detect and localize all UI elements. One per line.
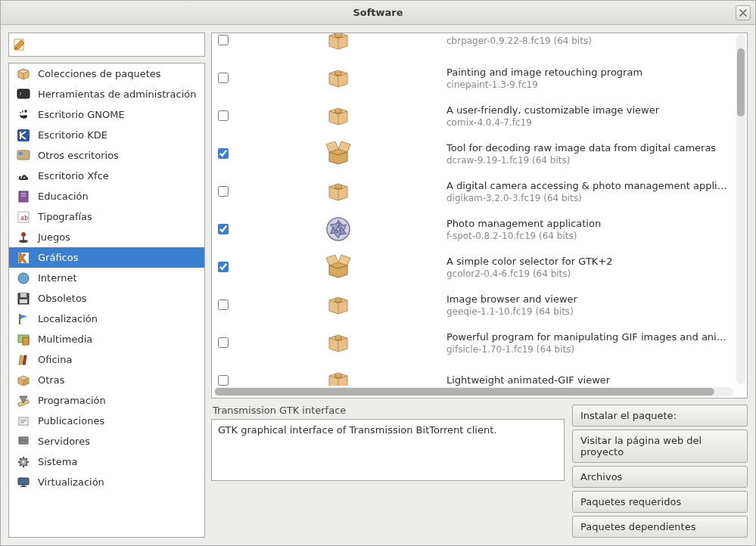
sidebar-item-label: Sistema bbox=[38, 456, 77, 467]
sidebar-item-font[interactable]: abTipografías bbox=[9, 206, 204, 227]
publish-icon bbox=[17, 414, 30, 428]
package-row[interactable]: Lightweight animated-GIF viewer bbox=[212, 361, 735, 386]
package-title: Photo management application bbox=[446, 218, 727, 229]
sidebar-item-joystick[interactable]: Juegos bbox=[9, 227, 204, 247]
package-title: A user-friendly, customizable image view… bbox=[446, 104, 727, 116]
sidebar-item-label: Publicaciones bbox=[38, 415, 104, 427]
package-checkbox[interactable] bbox=[218, 375, 229, 386]
flag-icon bbox=[17, 312, 30, 326]
package-row[interactable]: Powerful program for manipulating GIF im… bbox=[212, 324, 735, 361]
close-icon bbox=[739, 9, 747, 17]
sidebar-item-label: Otras bbox=[38, 374, 64, 386]
svg-point-29 bbox=[22, 461, 25, 464]
svg-rect-7 bbox=[19, 191, 28, 202]
sidebar-item-globe[interactable]: Internet bbox=[9, 268, 204, 288]
sidebar-item-kde[interactable]: Escritorio KDE bbox=[9, 125, 204, 145]
package-checkbox[interactable] bbox=[218, 299, 229, 310]
homepage-button[interactable]: Visitar la página web del proyecto bbox=[572, 430, 748, 463]
package-checkbox[interactable] bbox=[218, 35, 229, 45]
sidebar-item-gear[interactable]: Sistema bbox=[9, 451, 204, 472]
svg-rect-2 bbox=[17, 129, 30, 141]
scrollbar-thumb[interactable] bbox=[215, 388, 714, 396]
package-icon bbox=[236, 367, 440, 386]
horizontal-scrollbar[interactable] bbox=[213, 387, 733, 396]
actions-panel: Instalar el paquete: Visitar la página w… bbox=[572, 405, 748, 538]
required-button[interactable]: Paquetes requeridos bbox=[572, 491, 748, 513]
package-title: A simple color selector for GTK+2 bbox=[446, 256, 727, 267]
package-row[interactable]: A digital camera accessing & photo manag… bbox=[212, 172, 735, 210]
detail-description: GTK graphical interface of Transmission … bbox=[211, 419, 565, 481]
dependent-button[interactable]: Paquetes dependientes bbox=[572, 516, 748, 538]
package-row[interactable]: A user-friendly, customizable image view… bbox=[212, 97, 735, 135]
sidebar-item-xfce[interactable]: Escritorio Xfce bbox=[9, 166, 204, 186]
sidebar-item-terminal[interactable]: Herramientas de administración bbox=[9, 84, 204, 104]
package-checkbox[interactable] bbox=[218, 262, 229, 272]
sidebar-item-office[interactable]: Oficina bbox=[9, 349, 204, 370]
monitor-icon bbox=[17, 476, 30, 489]
package-row[interactable]: Tool for decoding raw image data from di… bbox=[212, 135, 735, 172]
sidebar-item-floppy[interactable]: Obsoletos bbox=[9, 288, 204, 309]
sidebar-item-label: Escritorio Xfce bbox=[38, 170, 109, 181]
package-checkbox[interactable] bbox=[218, 337, 229, 348]
sidebar-item-box[interactable]: Otras bbox=[9, 370, 204, 390]
sidebar-item-flag[interactable]: Localización bbox=[9, 309, 204, 329]
svg-rect-32 bbox=[20, 486, 26, 487]
package-version: f-spot-0.8.2-10.fc19 (64 bits) bbox=[446, 231, 727, 241]
package-row[interactable]: Photo management applicationf-spot-0.8.2… bbox=[212, 210, 735, 248]
sidebar-item-graphics[interactable]: Gráficos bbox=[9, 247, 204, 268]
package-checkbox[interactable] bbox=[218, 224, 229, 234]
office-icon bbox=[17, 353, 30, 367]
package-version: gifsicle-1.70-1.fc19 (64 bits) bbox=[446, 344, 727, 355]
sidebar-item-gnome[interactable]: Escritorio GNOME bbox=[9, 104, 204, 125]
sidebar-item-media[interactable]: Multimedia bbox=[9, 329, 204, 349]
package-row[interactable]: Image browser and viewergeeqie-1.1-10.fc… bbox=[212, 286, 735, 324]
vertical-scrollbar[interactable] bbox=[736, 35, 745, 384]
package-version: dcraw-9.19-1.fc19 (64 bits) bbox=[446, 155, 727, 166]
sidebar-item-publish[interactable]: Publicaciones bbox=[9, 411, 204, 431]
svg-point-27 bbox=[26, 442, 27, 443]
package-checkbox[interactable] bbox=[218, 186, 229, 197]
sidebar-item-book[interactable]: Educación bbox=[9, 186, 204, 206]
close-button[interactable] bbox=[736, 5, 751, 20]
files-button[interactable]: Archivos bbox=[572, 466, 748, 488]
svg-rect-30 bbox=[18, 478, 29, 485]
scrollbar-thumb[interactable] bbox=[737, 48, 745, 116]
desktop-icon bbox=[17, 149, 30, 163]
sidebar-item-ruler[interactable]: Programación bbox=[9, 390, 204, 411]
package-version: gcolor2-0.4-6.fc19 (64 bits) bbox=[446, 268, 727, 279]
graphics-icon bbox=[17, 251, 30, 265]
svg-text:b: b bbox=[24, 215, 28, 222]
search-input[interactable] bbox=[30, 39, 200, 51]
svg-rect-4 bbox=[19, 152, 23, 155]
sidebar-item-server[interactable]: Servidores bbox=[9, 431, 204, 451]
sidebar-item-label: Escritorio KDE bbox=[38, 129, 107, 141]
package-title: Painting and image retouching program bbox=[446, 67, 727, 78]
package-icon bbox=[17, 67, 30, 81]
package-checkbox[interactable] bbox=[218, 73, 229, 83]
package-title: A digital camera accessing & photo manag… bbox=[446, 180, 727, 191]
svg-point-6 bbox=[23, 177, 25, 178]
package-version: cbrpager-0.9.22-8.fc19 (64 bits) bbox=[446, 36, 727, 46]
titlebar: Software bbox=[1, 1, 755, 25]
svg-rect-12 bbox=[23, 236, 24, 240]
package-icon bbox=[236, 102, 440, 129]
package-row[interactable]: A simple color selector for GTK+2gcolor2… bbox=[212, 248, 735, 286]
sidebar-item-label: Escritorio GNOME bbox=[38, 109, 125, 120]
sidebar-item-monitor[interactable]: Virtualización bbox=[9, 472, 204, 492]
install-button[interactable]: Instalar el paquete: bbox=[572, 405, 748, 427]
search-box[interactable] bbox=[8, 33, 205, 57]
package-checkbox[interactable] bbox=[218, 110, 229, 121]
sidebar-item-package[interactable]: Colecciones de paquetes bbox=[9, 64, 204, 84]
terminal-icon bbox=[17, 88, 30, 101]
package-title: Lightweight animated-GIF viewer bbox=[446, 374, 727, 386]
sidebar-item-label: Gráficos bbox=[38, 252, 78, 263]
package-checkbox[interactable] bbox=[218, 148, 229, 159]
package-icon bbox=[236, 252, 440, 282]
sidebar-item-label: Virtualización bbox=[38, 476, 104, 488]
package-row[interactable]: Painting and image retouching programcin… bbox=[212, 59, 735, 97]
sidebar-item-desktop[interactable]: Otros escritorios bbox=[9, 145, 204, 166]
package-row[interactable]: cbrpager-0.9.22-8.fc19 (64 bits) bbox=[212, 33, 735, 59]
sidebar-item-label: Servidores bbox=[38, 436, 90, 447]
package-title: Powerful program for manipulating GIF im… bbox=[446, 331, 727, 343]
sidebar-item-label: Herramientas de administración bbox=[38, 88, 197, 100]
